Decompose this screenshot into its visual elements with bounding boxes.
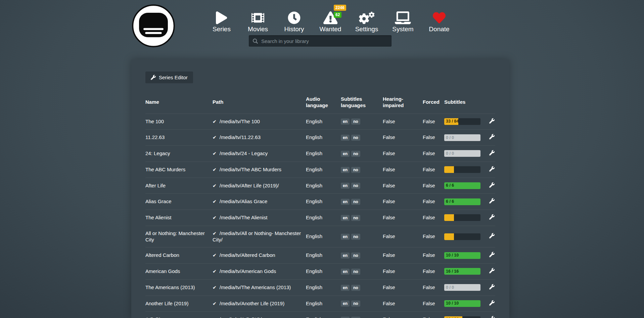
series-path: /media/tv/After Life (2019)/ [220,183,279,188]
forced-value: False [423,301,435,306]
audio-language: English [306,119,322,124]
nav-item-donate[interactable]: Donate [421,8,457,33]
hearing-impaired-value: False [383,198,395,204]
wrench-icon [489,252,495,257]
progress-label: 0 / 0 [446,150,454,157]
edit-series-button[interactable] [489,300,495,307]
hearing-impaired-value: False [383,167,395,172]
subtitle-screen-logo-icon [132,4,175,48]
series-name: American Gods [145,268,180,274]
series-name: 11.22.63 [145,134,165,140]
table-row: All or Nothing: Manchester City ✔/media/… [145,226,495,247]
nav-item-movies[interactable]: Movies [240,8,276,33]
subtitles-languages: enno [341,182,362,188]
column-header-name: Name [145,93,213,113]
series-path: /media/tv/The ABC Murders [220,167,281,172]
library-search [249,35,392,47]
nav-item-label: History [284,26,304,33]
series-path: /media/tv/The 100 [220,119,260,124]
series-name: The 100 [145,119,164,124]
subtitles-languages: enno [341,316,362,318]
table-row: A.P. Bio ✔/media/tv/A.P. BIO/ English en… [145,312,495,318]
series-path: /media/tv/Altered Carbon [220,252,275,258]
language-badge: en [341,215,350,221]
series-editor-button[interactable]: Series Editor [145,72,193,83]
nav-item-settings[interactable]: Settings [349,8,385,33]
language-badge: no [351,215,360,221]
audio-language: English [306,268,322,274]
laptop-icon [395,8,411,24]
progress-fill: 16 / 16 [444,268,480,275]
language-badge: en [341,135,350,141]
audio-language: English [306,316,322,318]
table-header-row: Name Path Audio language Subtitles langu… [145,93,495,113]
hearing-impaired-value: False [383,316,395,318]
edit-series-button[interactable] [489,118,495,125]
nav-item-history[interactable]: History [276,8,312,33]
series-name: A.P. Bio [145,316,163,318]
wrench-icon [489,284,495,289]
nav-item-system[interactable]: System [385,8,421,33]
check-icon: ✔ [213,269,217,274]
search-input[interactable] [261,38,387,44]
progress-label: 0 / 0 [446,284,454,291]
audio-language: English [306,198,322,204]
nav-item-series[interactable]: Series [203,8,240,33]
language-badge: no [351,301,360,307]
edit-series-button[interactable] [489,316,495,318]
progress-label: 0 / 0 [446,134,454,141]
check-icon: ✔ [213,151,217,156]
subtitles-progress [444,214,480,221]
language-badge: en [341,317,350,318]
series-name: Another Life (2019) [145,301,188,306]
progress-fill [444,214,454,221]
check-icon: ✔ [213,199,217,204]
progress-fill: 6 / 6 [444,182,480,189]
subtitles-progress: 0 / 0 [444,150,480,157]
edit-series-button[interactable] [489,214,495,221]
language-badge: no [351,135,360,141]
table-row: Altered Carbon ✔/media/tv/Altered Carbon… [145,247,495,264]
table-row: After Life ✔/media/tv/After Life (2019)/… [145,178,495,194]
edit-series-button[interactable] [489,150,495,157]
edit-series-button[interactable] [489,233,495,240]
language-badge: no [351,119,360,125]
hearing-impaired-value: False [383,284,395,290]
language-badge: en [341,253,350,259]
audio-language: English [306,233,322,239]
subtitles-languages: enno [341,215,362,220]
app-logo[interactable] [132,4,175,48]
language-badge: no [351,253,360,259]
subtitles-languages: enno [341,118,362,124]
forced-value: False [423,268,435,274]
nav-item-label: System [392,26,413,33]
series-name: Altered Carbon [145,252,179,258]
forced-value: False [423,198,435,204]
language-badge: no [351,151,360,157]
forced-value: False [423,134,435,140]
hearing-impaired-value: False [383,134,395,140]
wanted-success-count-badge: 62 [334,12,341,18]
edit-series-button[interactable] [489,268,495,275]
edit-series-button[interactable] [489,198,495,205]
clock-icon [288,8,301,24]
table-row: Another Life (2019) ✔/media/tv/Another L… [145,296,495,312]
edit-series-button[interactable] [489,166,495,173]
edit-series-button[interactable] [489,284,495,291]
nav-item-wanted[interactable]: 2246 62 Wanted [312,8,349,33]
edit-series-button[interactable] [489,182,495,189]
edit-series-button[interactable] [489,134,495,141]
subtitles-progress [444,166,480,173]
subtitles-progress: 6 / 6 [444,182,480,189]
hearing-impaired-value: False [383,233,395,239]
audio-language: English [306,252,322,258]
edit-series-button[interactable] [489,252,495,259]
wrench-icon [489,134,495,139]
table-row: The ABC Murders ✔/media/tv/The ABC Murde… [145,162,495,178]
check-icon: ✔ [213,215,217,220]
audio-language: English [306,167,322,172]
subtitles-languages: enno [341,134,362,140]
series-path: /media/tv/The Alienist [220,215,268,220]
check-icon: ✔ [213,253,217,258]
wrench-icon [489,182,495,188]
